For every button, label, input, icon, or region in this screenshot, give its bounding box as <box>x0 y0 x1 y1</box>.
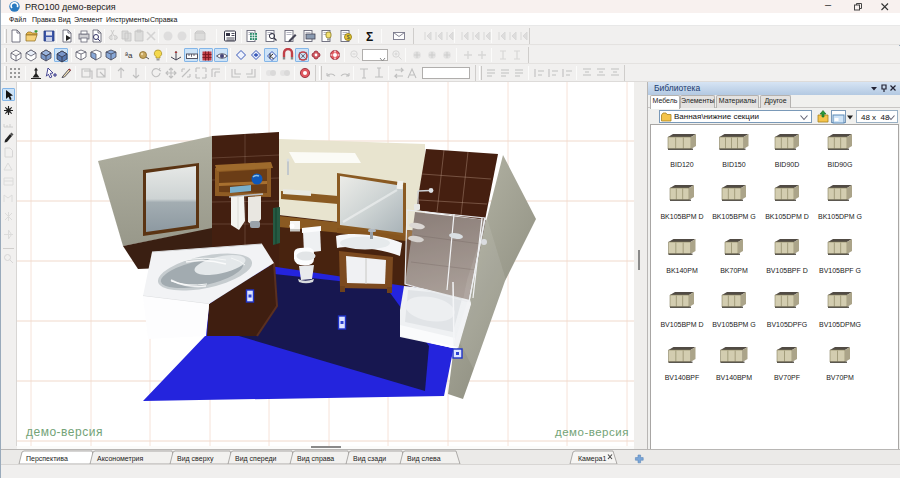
svg-text:Камера1: Камера1 <box>578 455 606 463</box>
svg-text:Вид сверху: Вид сверху <box>177 455 214 463</box>
svg-text:Вид сзади: Вид сзади <box>353 455 386 463</box>
svg-text:Перспектива: Перспектива <box>26 455 68 463</box>
svg-text:Σ: Σ <box>366 30 373 43</box>
svg-text:Вид слева: Вид слева <box>407 455 441 463</box>
svg-text:Аксонометрия: Аксонометрия <box>97 455 144 463</box>
svg-text:ªa: ªa <box>125 51 133 60</box>
svg-text:Вид спереди: Вид спереди <box>235 455 277 463</box>
svg-text:Вид справа: Вид справа <box>297 455 334 463</box>
